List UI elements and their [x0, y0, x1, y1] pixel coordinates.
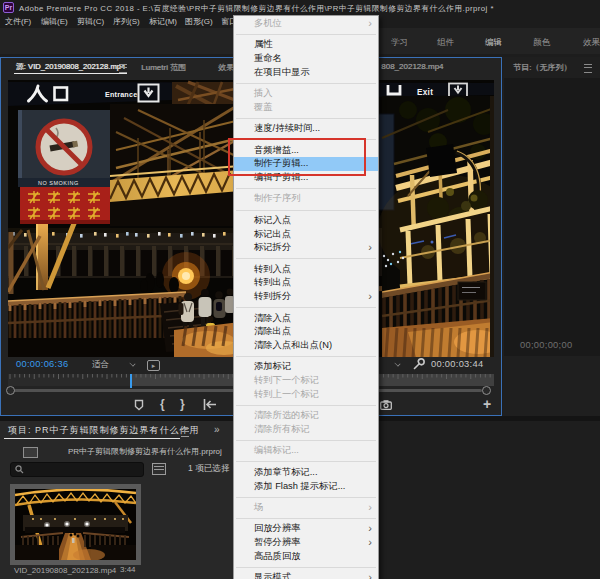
svg-text:Entrance: Entrance: [105, 90, 137, 99]
svg-text:Exit: Exit: [417, 88, 433, 97]
svg-text:NO SMOKING: NO SMOKING: [38, 180, 79, 186]
